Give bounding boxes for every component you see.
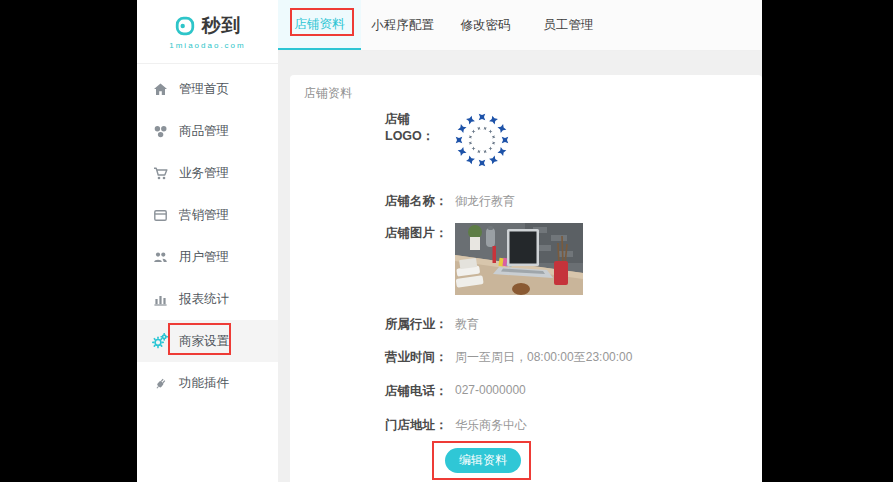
industry-label: 所属行业： <box>385 316 455 333</box>
business-hours-label: 营业时间： <box>385 349 455 366</box>
business-hours-row: 营业时间： 周一至周日，08:00:00至23:00:00 <box>385 349 632 366</box>
sidebar: 秒到 1miaodao.com 管理首页 商品管理 业务管理 <box>137 0 278 482</box>
home-icon <box>152 81 168 97</box>
shop-name-row: 店铺名称： 御龙行教育 <box>385 193 515 210</box>
shop-phone-value: 027-0000000 <box>455 383 526 397</box>
shop-phone-label: 店铺电话： <box>385 383 455 400</box>
sidebar-item-plugins[interactable]: 功能插件 <box>137 362 278 404</box>
shop-logo-image <box>450 108 514 172</box>
tab-label: 小程序配置 <box>371 17 434 34</box>
sidebar-item-label: 商家设置 <box>179 333 229 350</box>
marketing-icon <box>152 207 168 223</box>
tab-miniprogram-config[interactable]: 小程序配置 <box>361 0 444 50</box>
gears-icon <box>152 333 168 349</box>
sidebar-item-label: 业务管理 <box>179 165 229 182</box>
sidebar-item-label: 报表统计 <box>179 291 229 308</box>
industry-row: 所属行业： 教育 <box>385 316 479 333</box>
tab-label: 店铺资料 <box>295 16 345 33</box>
sidebar-item-marketing[interactable]: 营销管理 <box>137 194 278 236</box>
shop-profile-panel: 店铺资料 店铺LOGO： <box>290 75 762 482</box>
shop-address-value: 华乐商务中心 <box>455 417 527 434</box>
tab-label: 修改密码 <box>461 17 511 34</box>
sidebar-item-label: 功能插件 <box>179 375 229 392</box>
industry-value: 教育 <box>455 316 479 333</box>
shop-image-label: 店铺图片： <box>385 225 455 242</box>
sidebar-item-home[interactable]: 管理首页 <box>137 68 278 110</box>
plug-icon <box>152 375 168 391</box>
tab-shop-profile[interactable]: 店铺资料 <box>278 0 361 50</box>
panel-title: 店铺资料 <box>304 85 352 102</box>
business-hours-value: 周一至周日，08:00:00至23:00:00 <box>455 349 632 366</box>
shop-phone-row: 店铺电话： 027-0000000 <box>385 383 526 400</box>
tab-label: 员工管理 <box>544 17 594 34</box>
app-window: 秒到 1miaodao.com 管理首页 商品管理 业务管理 <box>137 0 762 482</box>
tab-bar: 店铺资料 小程序配置 修改密码 员工管理 <box>278 0 762 51</box>
brand-area: 秒到 1miaodao.com <box>137 0 278 64</box>
shop-address-label: 门店地址： <box>385 417 455 434</box>
brand-name: 秒到 <box>202 13 242 39</box>
sidebar-item-merchant-settings[interactable]: 商家设置 <box>137 320 278 362</box>
edit-profile-button[interactable]: 编辑资料 <box>445 448 521 473</box>
sidebar-menu: 管理首页 商品管理 业务管理 营销管理 <box>137 64 278 404</box>
bar-chart-icon <box>152 291 168 307</box>
shop-logo-label: 店铺LOGO： <box>385 111 455 145</box>
sidebar-item-products[interactable]: 商品管理 <box>137 110 278 152</box>
sidebar-item-label: 营销管理 <box>179 207 229 224</box>
sidebar-item-reports[interactable]: 报表统计 <box>137 278 278 320</box>
sidebar-item-business[interactable]: 业务管理 <box>137 152 278 194</box>
tab-change-password[interactable]: 修改密码 <box>444 0 527 50</box>
brand-logo-icon <box>174 15 196 37</box>
shop-image-row: 店铺图片： <box>385 225 455 242</box>
main-area: 店铺资料 小程序配置 修改密码 员工管理 店铺资料 店铺LOGO： <box>278 0 762 482</box>
sidebar-item-label: 用户管理 <box>179 249 229 266</box>
products-icon <box>152 123 168 139</box>
tab-staff-management[interactable]: 员工管理 <box>527 0 610 50</box>
users-icon <box>152 249 168 265</box>
shop-name-label: 店铺名称： <box>385 193 455 210</box>
cart-icon <box>152 165 168 181</box>
shop-photo-image <box>455 223 583 295</box>
shop-name-value: 御龙行教育 <box>455 193 515 210</box>
shop-address-row: 门店地址： 华乐商务中心 <box>385 417 527 434</box>
sidebar-item-label: 商品管理 <box>179 123 229 140</box>
sidebar-item-users[interactable]: 用户管理 <box>137 236 278 278</box>
shop-logo-row: 店铺LOGO： <box>385 111 455 145</box>
sidebar-item-label: 管理首页 <box>179 81 229 98</box>
brand-domain: 1miaodao.com <box>169 41 245 50</box>
